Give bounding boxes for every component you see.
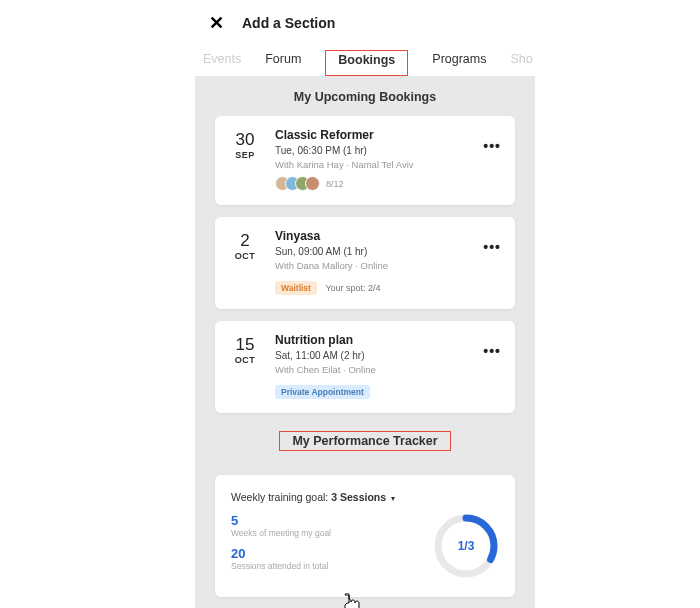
close-icon[interactable]: ✕ [209, 12, 224, 34]
date-month: SEP [231, 150, 259, 160]
booking-time: Tue, 06:30 PM (1 hr) [275, 145, 499, 156]
more-icon[interactable]: ••• [483, 343, 501, 359]
booking-with: With Chen Eilat · Online [275, 364, 499, 375]
date-day: 2 [231, 231, 259, 251]
booking-card[interactable]: 15 OCT Nutrition plan Sat, 11:00 AM (2 h… [215, 321, 515, 413]
goal-selector[interactable]: Weekly training goal: 3 Sessions ▾ [231, 491, 499, 503]
private-badge: Private Appointment [275, 385, 370, 399]
dialog-header: ✕ Add a Section [195, 8, 535, 42]
booking-avatars: 8/12 [275, 176, 499, 191]
dialog-title: Add a Section [242, 15, 335, 31]
tab-forum[interactable]: Forum [265, 52, 301, 76]
goal-label: Weekly training goal: [231, 491, 331, 503]
waitlist-badge: Waitlist [275, 281, 317, 295]
booking-name: Vinyasa [275, 229, 499, 243]
goal-value: 3 Sessions [331, 491, 386, 503]
stat-weeks-label: Weeks of meeting my goal [231, 528, 331, 538]
booking-date: 2 OCT [231, 229, 259, 295]
tracker-title: My Performance Tracker [279, 431, 450, 451]
more-icon[interactable]: ••• [483, 239, 501, 255]
stat-sessions-label: Sessions attended in total [231, 561, 331, 571]
booking-card[interactable]: 2 OCT Vinyasa Sun, 09:00 AM (1 hr) With … [215, 217, 515, 309]
upcoming-title: My Upcoming Bookings [215, 90, 515, 104]
more-icon[interactable]: ••• [483, 138, 501, 154]
date-day: 30 [231, 130, 259, 150]
booking-time: Sat, 11:00 AM (2 hr) [275, 350, 499, 361]
progress-label: 1/3 [433, 513, 499, 579]
booking-name: Nutrition plan [275, 333, 499, 347]
chevron-down-icon: ▾ [391, 494, 395, 503]
section-tabs: Events Forum Bookings Programs Sho [195, 42, 535, 76]
date-day: 15 [231, 335, 259, 355]
spot-text: Your spot: 2/4 [325, 283, 380, 293]
tab-bookings[interactable]: Bookings [325, 50, 408, 76]
stat-weeks: 5 [231, 513, 331, 528]
booking-date: 15 OCT [231, 333, 259, 399]
date-month: OCT [231, 355, 259, 365]
tab-events[interactable]: Events [203, 52, 241, 76]
booking-card[interactable]: 30 SEP Classic Reformer Tue, 06:30 PM (1… [215, 116, 515, 205]
tracker-card: Weekly training goal: 3 Sessions ▾ 5 Wee… [215, 475, 515, 597]
booking-with: With Dana Mallory · Online [275, 260, 499, 271]
tab-programs[interactable]: Programs [432, 52, 486, 76]
booking-date: 30 SEP [231, 128, 259, 191]
stat-sessions: 20 [231, 546, 331, 561]
booking-name: Classic Reformer [275, 128, 499, 142]
booking-time: Sun, 09:00 AM (1 hr) [275, 246, 499, 257]
booking-with: With Karina Hay · Namal Tel Aviv [275, 159, 499, 170]
avatar-count: 8/12 [326, 179, 344, 189]
content-panel: My Upcoming Bookings 30 SEP Classic Refo… [195, 76, 535, 608]
progress-ring: 1/3 [433, 513, 499, 579]
tab-shop[interactable]: Sho [510, 52, 532, 76]
date-month: OCT [231, 251, 259, 261]
